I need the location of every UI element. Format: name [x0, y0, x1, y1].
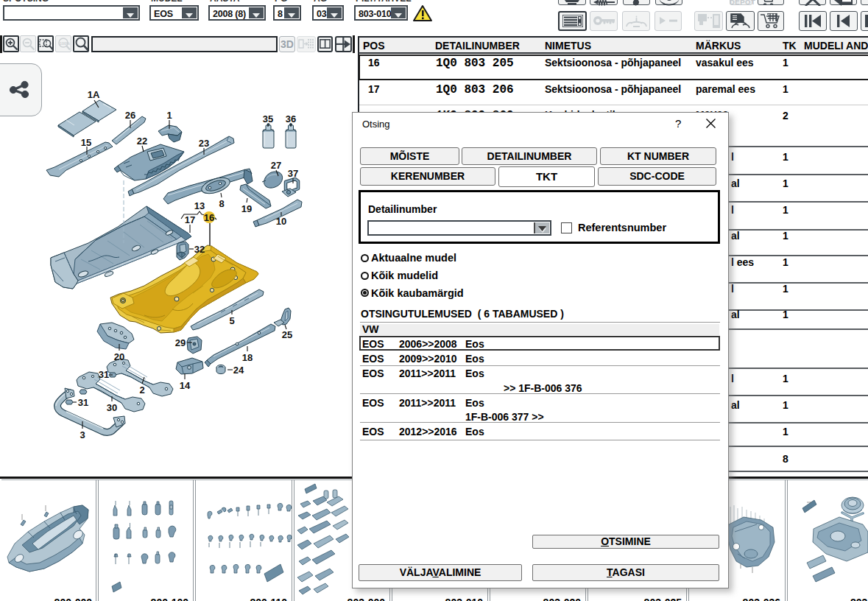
svg-text:25: 25 — [282, 329, 292, 340]
svg-text:1: 1 — [166, 110, 172, 121]
svg-text:24: 24 — [233, 365, 244, 376]
svg-text:31: 31 — [99, 369, 109, 380]
svg-text:37: 37 — [288, 168, 298, 179]
svg-text:3: 3 — [80, 429, 85, 440]
svg-text:100%: 100% — [60, 41, 70, 46]
svg-text:36: 36 — [286, 113, 296, 124]
svg-text:13: 13 — [194, 200, 205, 211]
svg-text:10: 10 — [276, 216, 286, 227]
svg-text:22: 22 — [137, 136, 147, 147]
svg-text:26: 26 — [125, 110, 135, 121]
svg-text:30: 30 — [107, 402, 117, 413]
svg-text:14: 14 — [180, 380, 191, 391]
svg-text:16: 16 — [204, 212, 214, 223]
svg-text:2: 2 — [139, 384, 144, 396]
svg-text:23: 23 — [199, 138, 209, 149]
svg-text:35: 35 — [263, 113, 273, 124]
svg-text:20: 20 — [114, 351, 124, 362]
svg-text:31: 31 — [78, 397, 88, 408]
svg-text:1A: 1A — [88, 89, 100, 100]
svg-text:32: 32 — [194, 244, 205, 255]
svg-text:29: 29 — [175, 337, 186, 348]
svg-text:19: 19 — [241, 203, 252, 214]
svg-text:5: 5 — [229, 315, 234, 326]
svg-text:15: 15 — [81, 137, 91, 148]
svg-text:18: 18 — [242, 352, 253, 363]
svg-text:8: 8 — [219, 198, 224, 209]
svg-text:27: 27 — [271, 160, 281, 171]
svg-text:17: 17 — [185, 214, 195, 225]
